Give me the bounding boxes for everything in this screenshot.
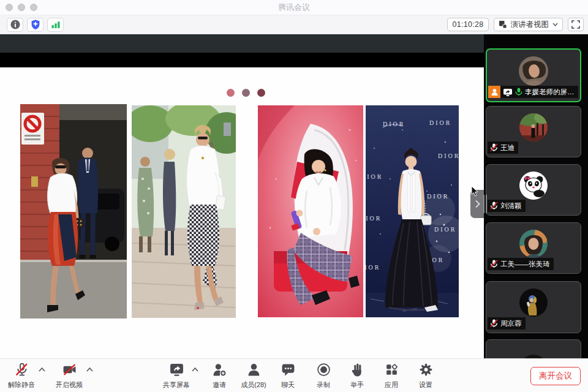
audio-options-chevron[interactable] [38, 367, 46, 372]
participant-name: 工美——张美琦 [500, 260, 550, 269]
members-icon [247, 363, 261, 377]
bottom-toolbar: 解除静音 开启视频 共享屏幕 [0, 358, 588, 392]
network-status-button[interactable] [47, 18, 64, 32]
participant-tile-wangdi[interactable]: 王迪 [486, 106, 581, 157]
panel-grip-line [486, 195, 487, 213]
invite-person-icon [213, 363, 227, 377]
participant-name: 周京蓉 [500, 319, 522, 328]
avatar [519, 172, 548, 200]
content-area: DIOR DIOR DIOR DIOR DIOR DIOR DIOR DIOR … [0, 34, 588, 358]
carousel-dot[interactable] [257, 89, 265, 97]
participant-tile-zhoujingrong[interactable]: 周京蓉 [486, 281, 581, 333]
carousel-dot[interactable] [242, 89, 250, 97]
dior-watermark: DIOR [366, 173, 383, 180]
fashion-photo-street-red-skirt [20, 104, 127, 318]
window-title: 腾讯会议 [0, 2, 588, 13]
participant-name: 王迪 [500, 143, 514, 153]
shield-icon [30, 19, 41, 30]
mic-on-icon [515, 88, 522, 96]
gear-icon [419, 363, 433, 377]
carousel-dots [227, 89, 265, 97]
fashion-photo-street-gingham-skirt [132, 105, 236, 318]
layout-view-icon [499, 20, 507, 29]
fullscreen-icon [571, 20, 580, 29]
avatar [519, 113, 548, 141]
presentation-slide: DIOR DIOR DIOR DIOR DIOR DIOR DIOR DIOR … [0, 67, 484, 358]
record-icon [317, 363, 331, 377]
meeting-window: 腾讯会议 01:10:28 [0, 0, 588, 392]
shared-screen-stage: DIOR DIOR DIOR DIOR DIOR DIOR DIOR DIOR … [0, 34, 484, 358]
apps-grid-icon [385, 363, 399, 377]
avatar [519, 56, 548, 86]
participant-tile-partial[interactable] [486, 339, 581, 358]
unmute-button[interactable]: 解除静音 [2, 363, 41, 390]
fashion-photo-dior-event: DIOR DIOR DIOR DIOR DIOR DIOR DIOR DIOR … [366, 105, 459, 317]
participant-name: 刘清颖 [500, 202, 522, 211]
mic-muted-icon [490, 143, 498, 152]
invite-button[interactable]: 邀请 [200, 363, 239, 390]
raise-hand-icon [350, 363, 364, 377]
stage-background [0, 34, 484, 53]
share-screen-button[interactable]: 共享屏幕 [157, 363, 196, 390]
view-mode-label: 演讲者视图 [511, 20, 549, 30]
signal-bars-icon [50, 19, 61, 30]
mic-muted-icon [490, 202, 498, 210]
settings-button[interactable]: 设置 [406, 363, 445, 390]
info-icon [10, 19, 21, 30]
dior-watermark: DIOR [366, 264, 380, 271]
carousel-dot[interactable] [227, 89, 235, 97]
participant-tile-liuqingying[interactable]: 刘清颖 [486, 164, 581, 216]
panel-grip-line [483, 195, 484, 213]
avatar [519, 288, 548, 317]
participant-name: 李媛老师的屏… [525, 88, 575, 97]
apps-button[interactable]: 应用 [372, 363, 411, 390]
dior-watermark: DIOR [429, 119, 451, 126]
raise-hand-button[interactable]: 举手 [337, 363, 377, 390]
participant-tile-liyuan[interactable]: 李媛老师的屏… [486, 48, 581, 102]
mic-muted-icon [490, 260, 498, 268]
dior-watermark: DIOR [383, 121, 405, 127]
meeting-info-button[interactable] [7, 18, 23, 32]
mic-muted-icon [15, 363, 29, 377]
video-options-chevron[interactable] [86, 367, 94, 372]
leave-meeting-button[interactable]: 离开会议 [530, 367, 581, 385]
fashion-photo-red-chair [258, 105, 363, 317]
mouse-cursor [471, 186, 480, 197]
share-screen-icon [170, 363, 184, 377]
chevron-down-icon [552, 23, 558, 26]
slide-black-band [0, 53, 484, 67]
security-button[interactable] [27, 18, 43, 32]
members-button[interactable]: 成员(28) [234, 363, 273, 390]
dior-watermark: DIOR [366, 215, 382, 222]
participant-tile-zhangmeiqi[interactable]: 工美——张美琦 [486, 222, 581, 274]
view-mode-selector[interactable]: 演讲者视图 [494, 18, 564, 31]
share-options-chevron[interactable] [191, 367, 199, 372]
host-badge-icon [488, 86, 500, 98]
mic-muted-icon [490, 319, 498, 328]
titlebar: 腾讯会议 [0, 0, 588, 15]
chat-button[interactable]: 聊天 [268, 363, 307, 390]
fullscreen-button[interactable] [568, 18, 584, 31]
dior-watermark: DIOR [434, 226, 456, 233]
meeting-timer: 01:10:28 [447, 18, 488, 31]
screen-sharing-icon [503, 88, 513, 96]
chevron-right-icon [475, 200, 480, 208]
dior-watermark: DIOR [438, 153, 459, 159]
dior-watermark: DIOR [427, 193, 449, 200]
participants-sidebar: 李媛老师的屏… [484, 34, 588, 358]
start-video-button[interactable]: 开启视频 [50, 363, 89, 390]
camera-muted-icon [62, 363, 77, 377]
avatar [519, 230, 548, 258]
chat-bubble-icon [281, 363, 295, 377]
top-toolbar: 01:10:28 演讲者视图 [0, 15, 588, 34]
